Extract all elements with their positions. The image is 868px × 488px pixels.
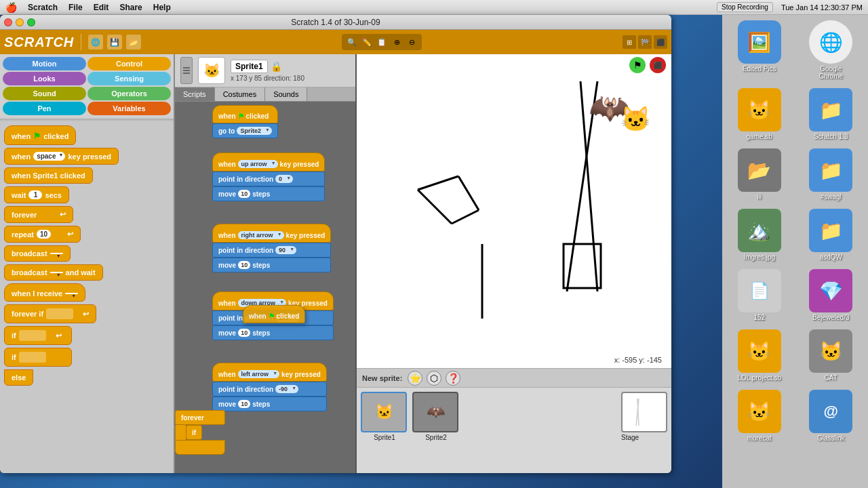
floating-block[interactable]: when ⚑ clicked [243,305,305,323]
sb-left-arrow[interactable]: when left arrow key pressed [212,363,327,382]
grow-icon[interactable]: ⊕ [391,36,403,48]
repeat-input[interactable]: 10 [37,230,51,239]
app-name-menu[interactable]: Scratch [28,3,58,12]
desktop-icon-lol[interactable]: 🐱 LOL project.sb [725,327,794,384]
block-when-key[interactable]: when space key pressed [4,148,119,165]
fullscreen-icon[interactable]: ⊞ [623,35,636,49]
help-menu[interactable]: Help [153,3,171,12]
sb-right-arrow[interactable]: when right arrow key pressed [212,224,331,243]
flag-toolbar-icon[interactable]: 🏁 [638,35,652,49]
close-button[interactable] [4,18,12,26]
desktop-icon-cat[interactable]: 🐱 CAT [797,327,866,384]
block-when-sprite[interactable]: when Sprite1 clicked [4,167,93,184]
category-operators[interactable]: Operators [87,87,171,100]
sb-up-arrow[interactable]: when up arrow key pressed [212,152,325,171]
sb-point-dir-neg90[interactable]: point in direction -90 [212,382,327,396]
block-if-1[interactable]: if ↩ [4,326,72,345]
copy-icon[interactable]: 📋 [376,36,388,48]
file-menu[interactable]: File [68,3,83,12]
desktop-icon-gamesb[interactable]: 🐱 game.sb [725,85,794,143]
block-forever-if[interactable]: forever if ↩ [4,304,96,323]
sb-sprite2-dd[interactable]: Sprite2 [237,127,272,135]
add-sprite-surprise[interactable]: ❓ [446,371,460,386]
desktop-icon-scratch13[interactable]: 📁 Scratch 1.3 [797,85,866,143]
sb-point-dir-0[interactable]: point in direction 0 [212,171,325,186]
sb-leftarrow-dd[interactable]: left arrow [238,370,280,378]
stop-recording-btn[interactable]: Stop Recording [717,2,773,12]
sb-dir0-dd[interactable]: 0 [275,175,293,183]
edit-tool-icon[interactable]: ✏️ [361,36,373,48]
desktop-icon-imgres[interactable]: 🏔️ Imgres.jpg [725,206,794,264]
maximize-button[interactable] [27,18,35,26]
desktop-icon-editedpics[interactable]: 🖼️ Edited Pics [725,18,794,83]
sb-point-dir-90[interactable]: point in direction 90 [212,243,331,258]
cat-sprite[interactable]: 🐱 [620,105,651,134]
sb-forever[interactable]: forever [175,410,225,425]
sb-move-inp-4[interactable]: 10 [238,400,250,408]
add-sprite-paint[interactable]: ⭐ [408,371,422,386]
sb-dir90-dd[interactable]: 90 [275,246,296,254]
shrink-icon[interactable]: ⊖ [406,36,418,48]
globe-icon[interactable]: 🌐 [88,35,103,49]
desktop-icon-asdqw[interactable]: 📁 asdQW [797,206,866,264]
sprite-name-box[interactable]: Sprite1 [231,60,268,73]
save-icon[interactable]: 💾 [107,35,122,49]
desktop-icon-morecat[interactable]: 🐱 morecat [725,387,794,445]
category-pen[interactable]: Pen [3,102,86,115]
apple-menu[interactable]: 🍎 [5,2,17,13]
desktop-icon-chrome[interactable]: 🌐 Google Chrome [797,18,866,83]
tab-costumes[interactable]: Costumes [215,87,266,101]
sb-move-10-4[interactable]: move 10 steps [212,396,327,411]
wait-input[interactable]: 1 [28,190,42,199]
broadcast-dropdown[interactable] [50,253,63,254]
sb-move-inp-3[interactable]: 10 [238,329,250,337]
minimize-button[interactable] [16,18,24,26]
block-if-2[interactable]: if [4,348,72,367]
sb-move-10-1[interactable]: move 10 steps [212,186,325,201]
tab-scripts[interactable]: Scripts [175,87,215,101]
block-repeat[interactable]: repeat 10 ↩ [4,226,81,243]
receive-dropdown[interactable] [65,293,78,294]
category-sound[interactable]: Sound [3,87,86,100]
block-forever[interactable]: forever ↩ [4,206,73,223]
lock-icon[interactable]: 🔒 [271,61,282,72]
block-else[interactable]: else [4,369,33,386]
search-icon[interactable]: 🔍 [346,36,358,48]
scripts-canvas[interactable]: when ⚑ clicked go to Sprite2 when up arr… [175,102,355,473]
category-control[interactable]: Control [87,57,171,70]
sb-floating-flag[interactable]: when ⚑ clicked [243,305,305,323]
edit-menu[interactable]: Edit [94,3,109,12]
desktop-icon-swagl[interactable]: 📁 #swagl [797,146,866,203]
sb-uparrow-dd[interactable]: up arrow [238,160,278,168]
block-broadcast-wait[interactable]: broadcast and wait [4,264,103,281]
desktop-icon-iii[interactable]: 📂 iii [725,146,794,203]
sb-rightarrow-dd[interactable]: right arrow [238,231,284,239]
sb-move-inp-1[interactable]: 10 [238,190,250,198]
stop-toolbar-icon[interactable]: ⬛ [654,35,667,49]
sb-move-10-2[interactable]: move 10 steps [212,258,331,272]
block-broadcast[interactable]: broadcast [4,245,71,262]
sb-when-flag-1[interactable]: when ⚑ clicked [212,105,278,123]
tab-sounds[interactable]: Sounds [265,87,307,101]
category-motion[interactable]: Motion [3,57,86,70]
key-dropdown[interactable]: space [33,152,65,161]
category-looks[interactable]: Looks [3,72,86,85]
open-icon[interactable]: 📂 [126,35,141,49]
sb-move-10-3[interactable]: move 10 steps [212,325,334,340]
add-sprite-upload[interactable]: ⬡ [427,371,441,386]
block-when-flag[interactable]: when ⚑ clicked [4,125,76,145]
sb-go-to[interactable]: go to Sprite2 [212,123,278,138]
sb-dirneg90-dd[interactable]: -90 [275,385,298,393]
sprite-card-sprite1[interactable]: 🐱 Sprite1 [361,392,408,441]
broadcast2-dropdown[interactable] [50,272,63,273]
desktop-icon-bejeweled[interactable]: 💎 Bejeweled/3 [797,266,866,324]
category-sensing[interactable]: Sensing [87,72,171,85]
desktop-icon-152[interactable]: 📄 152 [725,266,794,324]
sb-move-inp-2[interactable]: 10 [238,261,250,269]
block-wait[interactable]: wait 1 secs [4,186,69,203]
block-when-receive[interactable]: when I receive [4,283,85,302]
sprite-card-sprite2[interactable]: 🦇 Sprite2 [412,392,460,441]
stage-card[interactable]: Stage [621,392,667,441]
panel-resize-handle[interactable] [180,57,193,84]
desktop-icon-glasslink[interactable]: @ Glasslink [797,387,866,445]
